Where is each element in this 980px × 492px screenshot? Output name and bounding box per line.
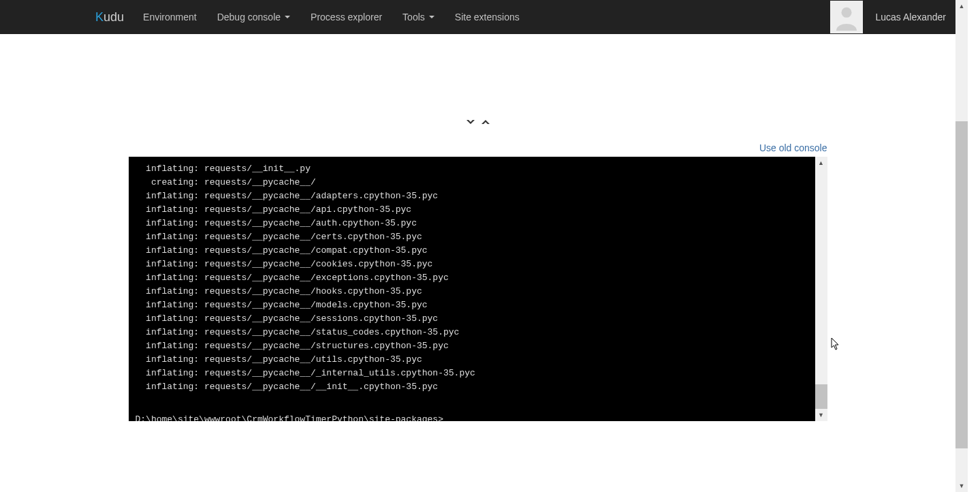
nav-site-extensions[interactable]: Site extensions bbox=[455, 12, 520, 22]
terminal-output-line: inflating: requests/__pycache__/adapters… bbox=[136, 189, 808, 203]
brand-rest: udu bbox=[104, 10, 124, 25]
username-label[interactable]: Lucas Alexander bbox=[875, 12, 946, 22]
collapse-up-button[interactable] bbox=[479, 116, 492, 128]
terminal-output-line: inflating: requests/__pycache__/_interna… bbox=[136, 367, 808, 380]
terminal-output-line: inflating: requests/__pycache__/certs.cp… bbox=[136, 230, 808, 244]
console-area: Use old console inflating: requests/__in… bbox=[129, 140, 827, 421]
console-resize-handles bbox=[464, 116, 492, 128]
nav-right: Lucas Alexander bbox=[830, 1, 968, 33]
terminal-output-line: inflating: requests/__pycache__/models.c… bbox=[136, 298, 808, 312]
terminal-prompt[interactable]: D:\home\site\wwwroot\CrmWorkflowTimerPyt… bbox=[136, 413, 808, 421]
terminal-scrollbar[interactable]: ▲ ▼ bbox=[815, 157, 827, 421]
terminal-output-line: inflating: requests/__pycache__/exceptio… bbox=[136, 271, 808, 285]
nav-debug-console-label: Debug console bbox=[217, 12, 281, 22]
nav-site-extensions-label: Site extensions bbox=[455, 12, 520, 22]
caret-down-icon bbox=[285, 16, 290, 18]
nav-tools-label: Tools bbox=[402, 12, 425, 22]
caret-down-icon bbox=[429, 16, 434, 18]
page-scroll-down-button[interactable]: ▼ bbox=[955, 480, 968, 492]
page-scroll-track[interactable] bbox=[955, 12, 968, 480]
avatar[interactable] bbox=[830, 1, 863, 33]
nav-environment[interactable]: Environment bbox=[143, 12, 197, 22]
nav-process-explorer-label: Process explorer bbox=[311, 12, 382, 22]
terminal-output-line: inflating: requests/__init__.py bbox=[136, 162, 808, 176]
svg-point-0 bbox=[842, 7, 852, 18]
use-old-console-link[interactable]: Use old console bbox=[759, 142, 827, 153]
terminal-box: inflating: requests/__init__.py creating… bbox=[129, 157, 827, 421]
app-wrapper: Kudu Environment Debug console Process e… bbox=[0, 0, 968, 492]
terminal-output-line: creating: requests/__pycache__/ bbox=[136, 176, 808, 189]
nav-debug-console[interactable]: Debug console bbox=[217, 12, 290, 22]
terminal[interactable]: inflating: requests/__init__.py creating… bbox=[129, 157, 815, 421]
expand-down-button[interactable] bbox=[464, 116, 477, 128]
terminal-scroll-up-button[interactable]: ▲ bbox=[815, 157, 827, 169]
brand-logo[interactable]: Kudu bbox=[95, 10, 124, 25]
chevron-up-icon bbox=[479, 116, 492, 128]
terminal-output-line: inflating: requests/__pycache__/compat.c… bbox=[136, 244, 808, 258]
terminal-output-line: inflating: requests/__pycache__/utils.cp… bbox=[136, 353, 808, 367]
terminal-output-line: inflating: requests/__pycache__/status_c… bbox=[136, 326, 808, 339]
terminal-output-line: inflating: requests/__pycache__/__init__… bbox=[136, 380, 808, 394]
page-scroll-thumb[interactable] bbox=[955, 121, 968, 448]
brand-letter-k: K bbox=[95, 10, 104, 25]
nav-items: Environment Debug console Process explor… bbox=[143, 12, 520, 22]
old-console-link-row: Use old console bbox=[129, 140, 827, 157]
user-avatar-icon bbox=[833, 3, 860, 31]
terminal-output-line: inflating: requests/__pycache__/api.cpyt… bbox=[136, 203, 808, 217]
nav-process-explorer[interactable]: Process explorer bbox=[311, 12, 382, 22]
terminal-scroll-thumb[interactable] bbox=[815, 384, 827, 409]
terminal-output-line: inflating: requests/__pycache__/hooks.cp… bbox=[136, 285, 808, 298]
nav-tools[interactable]: Tools bbox=[402, 12, 434, 22]
terminal-output-line: inflating: requests/__pycache__/sessions… bbox=[136, 312, 808, 326]
terminal-output-line: inflating: requests/__pycache__/cookies.… bbox=[136, 258, 808, 271]
terminal-output-line: inflating: requests/__pycache__/auth.cpy… bbox=[136, 217, 808, 230]
page-scrollbar[interactable]: ▲ ▼ bbox=[955, 0, 968, 492]
nav-environment-label: Environment bbox=[143, 12, 197, 22]
navbar: Kudu Environment Debug console Process e… bbox=[0, 0, 968, 34]
content-area: Use old console inflating: requests/__in… bbox=[0, 34, 955, 492]
chevron-down-icon bbox=[464, 116, 477, 128]
terminal-output-line: inflating: requests/__pycache__/structur… bbox=[136, 339, 808, 353]
page-scroll-up-button[interactable]: ▲ bbox=[955, 0, 968, 12]
terminal-scroll-down-button[interactable]: ▼ bbox=[815, 409, 827, 421]
terminal-blank bbox=[136, 394, 808, 399]
